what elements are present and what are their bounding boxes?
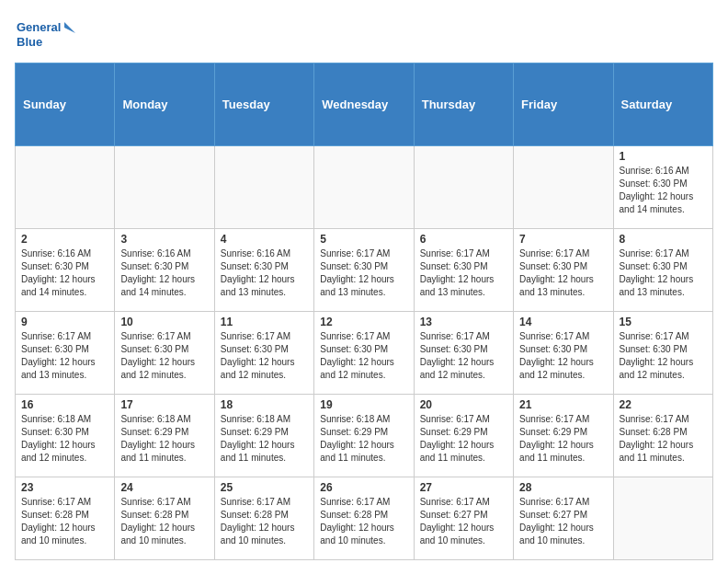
day-number: 20 <box>420 398 507 411</box>
calendar-cell <box>514 146 613 229</box>
calendar-cell: 7Sunrise: 6:17 AMSunset: 6:30 PMDaylight… <box>514 229 613 312</box>
calendar-cell: 17Sunrise: 6:18 AMSunset: 6:29 PMDayligh… <box>115 395 214 477</box>
weekday-header-wednesday: Wednesday <box>314 63 414 146</box>
day-info: Sunrise: 6:17 AMSunset: 6:30 PMDaylight:… <box>420 247 507 299</box>
calendar-cell: 10Sunrise: 6:17 AMSunset: 6:30 PMDayligh… <box>115 312 214 395</box>
calendar-cell: 4Sunrise: 6:16 AMSunset: 6:30 PMDaylight… <box>214 229 313 312</box>
calendar-cell: 28Sunrise: 6:17 AMSunset: 6:27 PMDayligh… <box>514 477 613 560</box>
day-number: 5 <box>320 233 407 246</box>
weekday-header-friday: Friday <box>514 63 613 146</box>
day-number: 19 <box>320 398 407 411</box>
svg-text:General: General <box>17 20 61 34</box>
svg-text:Blue: Blue <box>17 35 42 49</box>
day-number: 12 <box>320 316 407 328</box>
calendar-cell: 2Sunrise: 6:16 AMSunset: 6:30 PMDaylight… <box>16 229 115 312</box>
calendar-cell: 8Sunrise: 6:17 AMSunset: 6:30 PMDaylight… <box>613 229 712 312</box>
day-info: Sunrise: 6:16 AMSunset: 6:30 PMDaylight:… <box>120 247 208 299</box>
day-number: 7 <box>519 233 607 246</box>
day-number: 13 <box>420 316 507 328</box>
calendar-table: SundayMondayTuesdayWednesdayThursdayFrid… <box>15 63 713 560</box>
day-number: 9 <box>21 316 108 328</box>
calendar-cell <box>613 477 712 560</box>
day-info: Sunrise: 6:17 AMSunset: 6:30 PMDaylight:… <box>519 247 607 299</box>
day-number: 15 <box>620 316 707 328</box>
day-info: Sunrise: 6:18 AMSunset: 6:30 PMDaylight:… <box>21 413 108 465</box>
weekday-header-thursday: Thursday <box>414 63 513 146</box>
day-number: 22 <box>620 398 707 411</box>
calendar-cell: 6Sunrise: 6:17 AMSunset: 6:30 PMDaylight… <box>414 229 513 312</box>
calendar-cell: 11Sunrise: 6:17 AMSunset: 6:30 PMDayligh… <box>214 312 313 395</box>
calendar-cell: 3Sunrise: 6:16 AMSunset: 6:30 PMDaylight… <box>115 229 214 312</box>
day-info: Sunrise: 6:17 AMSunset: 6:28 PMDaylight:… <box>120 496 208 547</box>
calendar-cell: 12Sunrise: 6:17 AMSunset: 6:30 PMDayligh… <box>314 312 414 395</box>
calendar-cell: 9Sunrise: 6:17 AMSunset: 6:30 PMDaylight… <box>16 312 115 395</box>
weekday-header-monday: Monday <box>115 63 214 146</box>
logo: General Blue <box>15 15 79 55</box>
day-number: 6 <box>420 233 507 246</box>
weekday-header-sunday: Sunday <box>16 63 115 146</box>
day-number: 16 <box>21 398 108 411</box>
day-number: 4 <box>221 233 308 246</box>
day-info: Sunrise: 6:17 AMSunset: 6:30 PMDaylight:… <box>320 247 407 299</box>
calendar-cell <box>214 146 313 229</box>
day-info: Sunrise: 6:16 AMSunset: 6:30 PMDaylight:… <box>620 165 707 216</box>
logo-svg: General Blue <box>15 15 79 55</box>
day-info: Sunrise: 6:17 AMSunset: 6:28 PMDaylight:… <box>620 413 707 465</box>
calendar-cell <box>314 146 414 229</box>
calendar-cell: 15Sunrise: 6:17 AMSunset: 6:30 PMDayligh… <box>613 312 712 395</box>
day-info: Sunrise: 6:17 AMSunset: 6:30 PMDaylight:… <box>320 330 407 382</box>
day-info: Sunrise: 6:17 AMSunset: 6:30 PMDaylight:… <box>21 330 108 382</box>
day-info: Sunrise: 6:17 AMSunset: 6:30 PMDaylight:… <box>519 330 607 382</box>
day-info: Sunrise: 6:17 AMSunset: 6:30 PMDaylight:… <box>420 330 507 382</box>
calendar-cell: 18Sunrise: 6:18 AMSunset: 6:29 PMDayligh… <box>214 395 313 477</box>
day-info: Sunrise: 6:17 AMSunset: 6:28 PMDaylight:… <box>320 496 407 547</box>
calendar-cell: 21Sunrise: 6:17 AMSunset: 6:29 PMDayligh… <box>514 395 613 477</box>
calendar-cell: 25Sunrise: 6:17 AMSunset: 6:28 PMDayligh… <box>214 477 313 560</box>
calendar-cell <box>16 146 115 229</box>
calendar-cell: 13Sunrise: 6:17 AMSunset: 6:30 PMDayligh… <box>414 312 513 395</box>
day-number: 11 <box>221 316 308 328</box>
day-number: 1 <box>620 150 707 163</box>
calendar-cell: 5Sunrise: 6:17 AMSunset: 6:30 PMDaylight… <box>314 229 414 312</box>
calendar-cell: 20Sunrise: 6:17 AMSunset: 6:29 PMDayligh… <box>414 395 513 477</box>
day-info: Sunrise: 6:17 AMSunset: 6:27 PMDaylight:… <box>420 496 507 547</box>
day-info: Sunrise: 6:16 AMSunset: 6:30 PMDaylight:… <box>21 247 108 299</box>
day-info: Sunrise: 6:18 AMSunset: 6:29 PMDaylight:… <box>120 413 208 465</box>
day-number: 18 <box>221 398 308 411</box>
calendar-cell: 23Sunrise: 6:17 AMSunset: 6:28 PMDayligh… <box>16 477 115 560</box>
calendar-cell: 24Sunrise: 6:17 AMSunset: 6:28 PMDayligh… <box>115 477 214 560</box>
day-info: Sunrise: 6:17 AMSunset: 6:30 PMDaylight:… <box>620 330 707 382</box>
calendar-cell <box>115 146 214 229</box>
day-info: Sunrise: 6:17 AMSunset: 6:30 PMDaylight:… <box>620 247 707 299</box>
day-number: 3 <box>120 233 208 246</box>
calendar-cell <box>414 146 513 229</box>
day-number: 21 <box>519 398 607 411</box>
day-info: Sunrise: 6:18 AMSunset: 6:29 PMDaylight:… <box>320 413 407 465</box>
day-info: Sunrise: 6:17 AMSunset: 6:29 PMDaylight:… <box>420 413 507 465</box>
day-info: Sunrise: 6:18 AMSunset: 6:29 PMDaylight:… <box>221 413 308 465</box>
day-info: Sunrise: 6:17 AMSunset: 6:29 PMDaylight:… <box>519 413 607 465</box>
day-number: 26 <box>320 481 407 494</box>
weekday-header-tuesday: Tuesday <box>214 63 313 146</box>
calendar-cell: 22Sunrise: 6:17 AMSunset: 6:28 PMDayligh… <box>613 395 712 477</box>
calendar-cell: 27Sunrise: 6:17 AMSunset: 6:27 PMDayligh… <box>414 477 513 560</box>
day-info: Sunrise: 6:17 AMSunset: 6:30 PMDaylight:… <box>120 330 208 382</box>
day-number: 25 <box>221 481 308 494</box>
day-info: Sunrise: 6:17 AMSunset: 6:30 PMDaylight:… <box>221 330 308 382</box>
day-info: Sunrise: 6:17 AMSunset: 6:28 PMDaylight:… <box>221 496 308 547</box>
day-number: 2 <box>21 233 108 246</box>
page-header: General Blue <box>15 15 713 55</box>
weekday-header-saturday: Saturday <box>613 63 712 146</box>
svg-marker-2 <box>64 22 75 33</box>
day-number: 23 <box>21 481 108 494</box>
day-number: 28 <box>519 481 607 494</box>
calendar-cell: 19Sunrise: 6:18 AMSunset: 6:29 PMDayligh… <box>314 395 414 477</box>
day-number: 24 <box>120 481 208 494</box>
day-number: 10 <box>120 316 208 328</box>
calendar-cell: 1Sunrise: 6:16 AMSunset: 6:30 PMDaylight… <box>613 146 712 229</box>
calendar-cell: 14Sunrise: 6:17 AMSunset: 6:30 PMDayligh… <box>514 312 613 395</box>
day-info: Sunrise: 6:16 AMSunset: 6:30 PMDaylight:… <box>221 247 308 299</box>
day-number: 8 <box>620 233 707 246</box>
day-number: 27 <box>420 481 507 494</box>
calendar-cell: 26Sunrise: 6:17 AMSunset: 6:28 PMDayligh… <box>314 477 414 560</box>
